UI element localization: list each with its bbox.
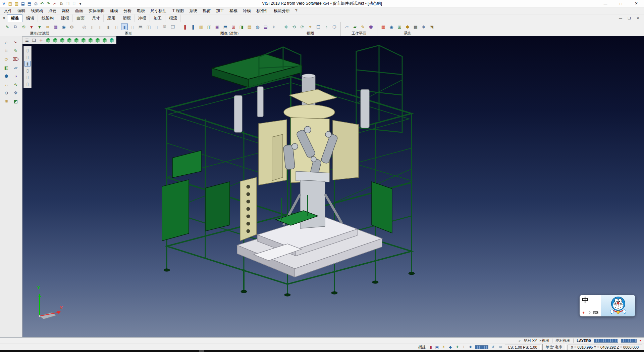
toolbar-icon[interactable]: ▮: [121, 24, 128, 30]
toolbar-icon[interactable]: ▯: [129, 24, 136, 30]
toolbar-icon[interactable]: ▼: [36, 24, 43, 30]
quick-access-icon[interactable]: ▤: [7, 1, 13, 6]
menu-item[interactable]: 线架构: [28, 7, 46, 14]
toolbar-icon[interactable]: ❍: [331, 24, 338, 30]
toolbar-icon[interactable]: ◍: [254, 24, 261, 30]
view-cube-icon[interactable]: [87, 37, 94, 43]
active-layer-indicator[interactable]: LAYER0: [577, 339, 591, 343]
close-button[interactable]: ✕: [629, 0, 644, 7]
toolbar-icon[interactable]: ▼: [28, 24, 35, 30]
toolbar-icon[interactable]: ⌖: [307, 24, 314, 30]
tab[interactable]: 加工: [150, 14, 165, 22]
menu-item[interactable]: 文件: [1, 7, 15, 14]
ime-indicator[interactable]: 中 ✦ ☽ ⌨: [580, 295, 601, 316]
view-cube-icon[interactable]: [108, 37, 115, 43]
toolbar-icon[interactable]: ◫: [145, 24, 152, 30]
toolbar-icon[interactable]: ❖: [420, 24, 427, 30]
quick-access-icon[interactable]: ⬒: [26, 1, 32, 6]
quick-access-icon[interactable]: ↷: [46, 1, 51, 6]
menu-item[interactable]: 模流分析: [271, 7, 292, 14]
toolbar-icon[interactable]: ◔: [323, 24, 330, 30]
quick-access-icon[interactable]: ⧉: [58, 1, 64, 6]
sidebar-tool-icon[interactable]: ▱: [12, 64, 19, 71]
quick-access-icon[interactable]: V: [1, 1, 7, 6]
tab[interactable]: 模流: [165, 14, 181, 22]
toolbar-icon[interactable]: ▥: [198, 24, 205, 30]
toolbar-icon[interactable]: ⊞: [396, 24, 403, 30]
sidebar-tool-icon[interactable]: ⊙: [3, 89, 10, 96]
sidebar-tool-icon[interactable]: ◑: [12, 73, 19, 79]
toolbar-icon[interactable]: ❒: [315, 24, 322, 30]
toolbar-icon[interactable]: ✥: [283, 24, 289, 30]
keyboard-icon[interactable]: ⌨: [593, 311, 598, 315]
menu-item[interactable]: 点云: [46, 7, 59, 14]
menu-item[interactable]: 视窗: [200, 7, 213, 14]
toolbar-icon[interactable]: ◫: [206, 24, 213, 30]
menu-item[interactable]: ?: [292, 8, 300, 14]
moon-icon[interactable]: ☽: [587, 311, 591, 315]
quick-access-icon[interactable]: ⎙: [33, 1, 39, 6]
selection-filter-icon[interactable]: ▯: [24, 54, 31, 60]
snap-mode-icon[interactable]: ❖: [468, 345, 473, 350]
sidebar-tool-icon[interactable]: ⬢: [3, 73, 10, 79]
snap-color-bar[interactable]: [475, 345, 488, 349]
viewport-3d[interactable]: ☰❏✛: [22, 36, 644, 337]
quick-access-icon[interactable]: ▾: [77, 1, 83, 6]
tab[interactable]: 标准: [7, 14, 22, 22]
maximize-button[interactable]: □: [613, 0, 629, 7]
viewport-tool-icon[interactable]: ❏: [31, 37, 37, 43]
tab[interactable]: 塑膜: [119, 14, 135, 22]
ime-mode-label[interactable]: 中: [582, 296, 599, 304]
toolbar-icon[interactable]: ▮: [105, 24, 112, 30]
view-cube-icon[interactable]: [94, 37, 101, 43]
menu-item[interactable]: 分析: [121, 7, 134, 14]
toolbar-icon[interactable]: ⬒: [222, 24, 229, 30]
sidebar-tool-icon[interactable]: ⌦: [12, 56, 19, 62]
toolbar-icon[interactable]: ⧉: [12, 24, 19, 30]
toolbar-icon[interactable]: ⟲: [291, 24, 298, 30]
quick-access-icon[interactable]: ⬓: [20, 1, 26, 6]
toolbar-icon[interactable]: ⚙: [68, 24, 75, 30]
quick-access-icon[interactable]: ❐: [65, 1, 70, 6]
toolbar-icon[interactable]: ✧: [270, 24, 277, 30]
toolbar-icon[interactable]: ⬒: [137, 24, 144, 30]
toolbar-icon[interactable]: ❒: [169, 24, 176, 30]
sidebar-tool-icon[interactable]: ✎: [12, 47, 19, 54]
menu-item[interactable]: 尺寸标注: [148, 7, 169, 14]
snap-mode-icon[interactable]: ⊥: [461, 345, 467, 350]
sidebar-tool-icon[interactable]: ◧: [3, 64, 10, 71]
selection-filter-icon[interactable]: ▯: [24, 68, 31, 73]
toolbar-icon[interactable]: ✱: [404, 24, 411, 30]
tab-overflow-button[interactable]: ▾: [1, 16, 7, 20]
viewport-tool-icon[interactable]: ✛: [38, 37, 44, 43]
toolbar-icon[interactable]: ⌸: [161, 24, 168, 30]
menu-item[interactable]: 建模: [107, 7, 121, 14]
quick-access-icon[interactable]: ▥: [14, 1, 19, 6]
quick-access-icon[interactable]: ⌸: [71, 1, 77, 6]
menu-item[interactable]: 工程图: [169, 7, 186, 14]
menu-item[interactable]: 加工: [213, 7, 227, 14]
menu-item[interactable]: 实体编辑: [86, 7, 107, 14]
sidebar-tool-icon[interactable]: ⌗: [3, 47, 10, 54]
ime-accent-icon[interactable]: ✦: [582, 311, 585, 315]
toolbar-icon[interactable]: ⬓: [262, 24, 269, 30]
mdi-restore-button[interactable]: ❐: [625, 15, 633, 21]
toolbar-icon[interactable]: ⊞: [230, 24, 237, 30]
viewport-tool-icon[interactable]: ☰: [24, 37, 30, 43]
refresh-icon[interactable]: ↺: [490, 345, 496, 350]
sidebar-tool-icon[interactable]: ◩: [12, 98, 19, 104]
minimize-button[interactable]: —: [598, 0, 613, 7]
view-cube-icon[interactable]: [80, 37, 87, 43]
toolbar-icon[interactable]: ⟲: [20, 24, 27, 30]
toolbar-icon[interactable]: ▤: [246, 24, 253, 30]
toolbar-icon[interactable]: ⟳: [299, 24, 306, 30]
selection-filter-icon[interactable]: ▮: [24, 61, 31, 67]
tab[interactable]: 尺寸: [88, 14, 104, 22]
menu-item[interactable]: 塑模: [227, 7, 240, 14]
toolbar-icon[interactable]: ▣: [214, 24, 221, 30]
toolbar-icon[interactable]: ▦: [380, 24, 387, 30]
toolbar-icon[interactable]: ▯: [113, 24, 120, 30]
view-cube-icon[interactable]: [73, 37, 79, 43]
view-cube-icon[interactable]: [59, 37, 65, 43]
toolbar-icon[interactable]: ▯: [153, 24, 160, 30]
